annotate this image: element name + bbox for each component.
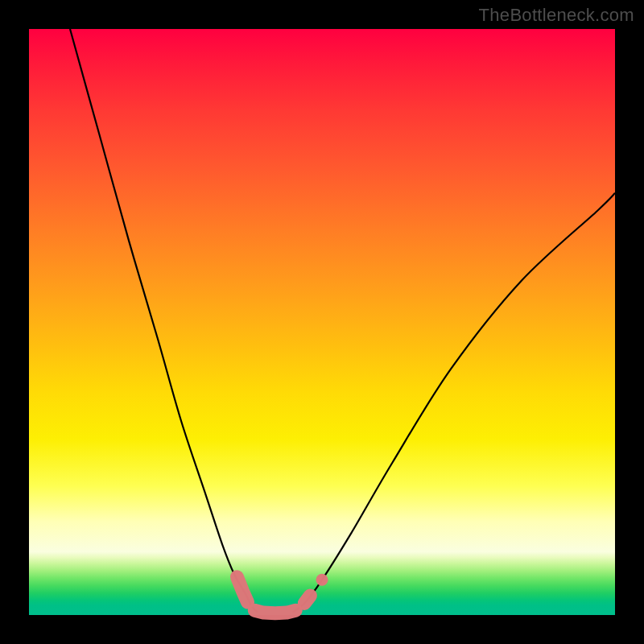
right-curve-line xyxy=(293,193,615,613)
marker-group xyxy=(237,574,328,613)
outer-frame: TheBottleneck.com xyxy=(0,0,644,644)
chart-svg xyxy=(29,29,615,615)
marker-dot xyxy=(316,574,328,586)
left-curve-line xyxy=(70,29,258,612)
marker-segment xyxy=(304,596,310,603)
watermark-text: TheBottleneck.com xyxy=(479,5,634,26)
marker-segment xyxy=(237,577,247,602)
marker-segment xyxy=(254,610,295,613)
